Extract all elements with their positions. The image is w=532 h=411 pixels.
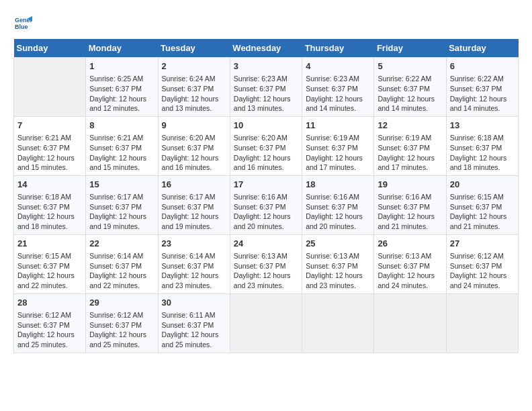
header-saturday: Saturday: [446, 39, 518, 58]
day-detail: Sunrise: 6:22 AM Sunset: 6:37 PM Dayligh…: [378, 74, 442, 113]
calendar-cell: 13Sunrise: 6:18 AM Sunset: 6:37 PM Dayli…: [446, 116, 518, 175]
day-number: 18: [306, 179, 370, 191]
day-detail: Sunrise: 6:14 AM Sunset: 6:37 PM Dayligh…: [89, 251, 154, 291]
header-thursday: Thursday: [302, 39, 374, 58]
day-detail: Sunrise: 6:16 AM Sunset: 6:37 PM Dayligh…: [306, 192, 370, 232]
day-detail: Sunrise: 6:13 AM Sunset: 6:37 PM Dayligh…: [378, 251, 442, 291]
day-detail: Sunrise: 6:17 AM Sunset: 6:37 PM Dayligh…: [162, 192, 226, 232]
day-number: 19: [378, 179, 442, 191]
day-number: 27: [450, 238, 515, 250]
week-row-3: 14Sunrise: 6:18 AM Sunset: 6:37 PM Dayli…: [14, 175, 519, 234]
calendar-cell: 3Sunrise: 6:23 AM Sunset: 6:37 PM Daylig…: [230, 58, 302, 117]
day-detail: Sunrise: 6:18 AM Sunset: 6:37 PM Dayligh…: [17, 192, 82, 232]
calendar-cell: 15Sunrise: 6:17 AM Sunset: 6:37 PM Dayli…: [86, 175, 158, 234]
calendar-cell: 26Sunrise: 6:13 AM Sunset: 6:37 PM Dayli…: [374, 234, 446, 293]
day-detail: Sunrise: 6:23 AM Sunset: 6:37 PM Dayligh…: [306, 74, 370, 113]
day-number: 5: [378, 60, 442, 73]
day-detail: Sunrise: 6:16 AM Sunset: 6:37 PM Dayligh…: [234, 192, 298, 232]
day-number: 2: [162, 60, 226, 73]
day-detail: Sunrise: 6:12 AM Sunset: 6:37 PM Dayligh…: [89, 310, 154, 350]
day-detail: Sunrise: 6:22 AM Sunset: 6:37 PM Dayligh…: [450, 74, 515, 113]
day-detail: Sunrise: 6:15 AM Sunset: 6:37 PM Dayligh…: [17, 251, 82, 291]
day-number: 11: [306, 120, 370, 132]
calendar-table: SundayMondayTuesdayWednesdayThursdayFrid…: [13, 39, 519, 353]
calendar-cell: [302, 293, 374, 353]
calendar-cell: 9Sunrise: 6:20 AM Sunset: 6:37 PM Daylig…: [158, 116, 230, 175]
header-sunday: Sunday: [14, 39, 86, 58]
day-detail: Sunrise: 6:12 AM Sunset: 6:37 PM Dayligh…: [450, 251, 515, 291]
calendar-cell: [230, 293, 302, 353]
day-number: 25: [306, 238, 370, 250]
calendar-cell: 27Sunrise: 6:12 AM Sunset: 6:37 PM Dayli…: [446, 234, 518, 293]
page-header: General Blue: [13, 13, 519, 32]
day-number: 24: [234, 238, 298, 250]
header-wednesday: Wednesday: [230, 39, 302, 58]
header-monday: Monday: [86, 39, 158, 58]
day-number: 29: [89, 297, 154, 309]
day-detail: Sunrise: 6:11 AM Sunset: 6:37 PM Dayligh…: [162, 310, 226, 350]
calendar-cell: 12Sunrise: 6:19 AM Sunset: 6:37 PM Dayli…: [374, 116, 446, 175]
day-detail: Sunrise: 6:21 AM Sunset: 6:37 PM Dayligh…: [17, 133, 82, 173]
week-row-5: 28Sunrise: 6:12 AM Sunset: 6:37 PM Dayli…: [14, 293, 519, 353]
calendar-cell: 6Sunrise: 6:22 AM Sunset: 6:37 PM Daylig…: [446, 58, 518, 117]
day-detail: Sunrise: 6:15 AM Sunset: 6:37 PM Dayligh…: [450, 192, 515, 232]
calendar-cell: 4Sunrise: 6:23 AM Sunset: 6:37 PM Daylig…: [302, 58, 374, 117]
calendar-cell: 2Sunrise: 6:24 AM Sunset: 6:37 PM Daylig…: [158, 58, 230, 117]
day-detail: Sunrise: 6:21 AM Sunset: 6:37 PM Dayligh…: [89, 133, 154, 173]
day-number: 21: [17, 238, 82, 250]
day-detail: Sunrise: 6:24 AM Sunset: 6:37 PM Dayligh…: [162, 74, 226, 113]
calendar-cell: 22Sunrise: 6:14 AM Sunset: 6:37 PM Dayli…: [86, 234, 158, 293]
calendar-cell: 11Sunrise: 6:19 AM Sunset: 6:37 PM Dayli…: [302, 116, 374, 175]
day-detail: Sunrise: 6:20 AM Sunset: 6:37 PM Dayligh…: [234, 133, 298, 173]
day-number: 15: [89, 179, 154, 191]
calendar-cell: 20Sunrise: 6:15 AM Sunset: 6:37 PM Dayli…: [446, 175, 518, 234]
calendar-cell: 16Sunrise: 6:17 AM Sunset: 6:37 PM Dayli…: [158, 175, 230, 234]
calendar-cell: 23Sunrise: 6:14 AM Sunset: 6:37 PM Dayli…: [158, 234, 230, 293]
calendar-cell: 25Sunrise: 6:13 AM Sunset: 6:37 PM Dayli…: [302, 234, 374, 293]
day-detail: Sunrise: 6:12 AM Sunset: 6:37 PM Dayligh…: [17, 310, 82, 350]
header-tuesday: Tuesday: [158, 39, 230, 58]
calendar-cell: 30Sunrise: 6:11 AM Sunset: 6:37 PM Dayli…: [158, 293, 230, 353]
day-detail: Sunrise: 6:20 AM Sunset: 6:37 PM Dayligh…: [162, 133, 226, 173]
calendar-header-row: SundayMondayTuesdayWednesdayThursdayFrid…: [14, 39, 519, 58]
day-number: 6: [450, 60, 515, 73]
day-number: 10: [234, 120, 298, 132]
calendar-cell: 28Sunrise: 6:12 AM Sunset: 6:37 PM Dayli…: [14, 293, 86, 353]
day-detail: Sunrise: 6:13 AM Sunset: 6:37 PM Dayligh…: [234, 251, 298, 291]
day-number: 3: [234, 60, 298, 73]
calendar-cell: [446, 293, 518, 353]
day-number: 30: [162, 297, 226, 309]
calendar-cell: 17Sunrise: 6:16 AM Sunset: 6:37 PM Dayli…: [230, 175, 302, 234]
calendar-cell: 8Sunrise: 6:21 AM Sunset: 6:37 PM Daylig…: [86, 116, 158, 175]
day-number: 14: [17, 179, 82, 191]
day-number: 23: [162, 238, 226, 250]
day-detail: Sunrise: 6:17 AM Sunset: 6:37 PM Dayligh…: [89, 192, 154, 232]
day-number: 1: [89, 60, 154, 73]
day-number: 12: [378, 120, 442, 132]
calendar-cell: 29Sunrise: 6:12 AM Sunset: 6:37 PM Dayli…: [86, 293, 158, 353]
day-number: 22: [89, 238, 154, 250]
logo-icon: General Blue: [13, 13, 32, 32]
day-number: 20: [450, 179, 515, 191]
calendar-cell: 1Sunrise: 6:25 AM Sunset: 6:37 PM Daylig…: [86, 58, 158, 117]
week-row-2: 7Sunrise: 6:21 AM Sunset: 6:37 PM Daylig…: [14, 116, 519, 175]
svg-text:Blue: Blue: [15, 24, 28, 30]
day-detail: Sunrise: 6:13 AM Sunset: 6:37 PM Dayligh…: [306, 251, 370, 291]
calendar-cell: 18Sunrise: 6:16 AM Sunset: 6:37 PM Dayli…: [302, 175, 374, 234]
calendar-cell: [14, 58, 86, 117]
day-number: 28: [17, 297, 82, 309]
day-detail: Sunrise: 6:25 AM Sunset: 6:37 PM Dayligh…: [89, 74, 154, 113]
calendar-cell: 14Sunrise: 6:18 AM Sunset: 6:37 PM Dayli…: [14, 175, 86, 234]
calendar-cell: 24Sunrise: 6:13 AM Sunset: 6:37 PM Dayli…: [230, 234, 302, 293]
header-friday: Friday: [374, 39, 446, 58]
calendar-cell: 5Sunrise: 6:22 AM Sunset: 6:37 PM Daylig…: [374, 58, 446, 117]
day-number: 9: [162, 120, 226, 132]
day-detail: Sunrise: 6:16 AM Sunset: 6:37 PM Dayligh…: [378, 192, 442, 232]
day-detail: Sunrise: 6:14 AM Sunset: 6:37 PM Dayligh…: [162, 251, 226, 291]
week-row-1: 1Sunrise: 6:25 AM Sunset: 6:37 PM Daylig…: [14, 58, 519, 117]
day-number: 7: [17, 120, 82, 132]
calendar-cell: [374, 293, 446, 353]
day-detail: Sunrise: 6:18 AM Sunset: 6:37 PM Dayligh…: [450, 133, 515, 173]
week-row-4: 21Sunrise: 6:15 AM Sunset: 6:37 PM Dayli…: [14, 234, 519, 293]
logo: General Blue: [13, 13, 35, 32]
